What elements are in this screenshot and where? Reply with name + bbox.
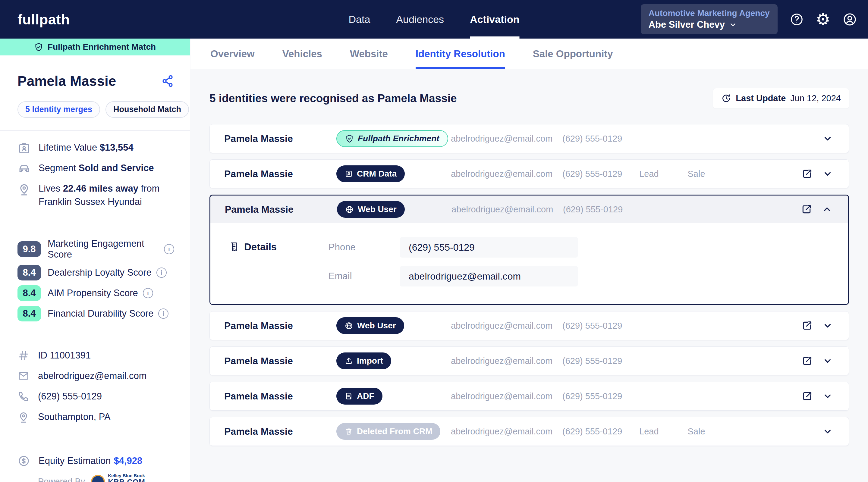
score-row: 8.4 Financial Durability Score i: [18, 306, 174, 321]
tab-website[interactable]: Website: [350, 38, 388, 69]
nav-data[interactable]: Data: [349, 0, 370, 38]
info-icon[interactable]: i: [143, 288, 153, 298]
identity-email: abelrodriguez@email.com: [451, 356, 562, 366]
globe-icon: [345, 205, 354, 214]
agency-name: Automotive Marketing Agency: [649, 8, 770, 19]
open-external-icon[interactable]: [801, 320, 813, 332]
kbb-logo[interactable]: Kelley Blue Book KBB.COM The Trusted Res…: [91, 473, 147, 482]
identity-card: Pamela Massie CRM Data abelrodriguez@ema…: [210, 159, 849, 188]
contact-section: ID 11001391 abelrodriguez@email.com (629…: [0, 339, 190, 431]
help-icon[interactable]: [789, 12, 804, 27]
open-external-icon[interactable]: [801, 390, 813, 402]
household-match-badge[interactable]: Household Match: [105, 101, 189, 118]
detail-field-value[interactable]: (629) 555-0129: [400, 237, 578, 258]
identity-card: Pamela Massie ADF abelrodriguez@email.co…: [210, 382, 849, 411]
source-label: CRM Data: [357, 169, 397, 179]
last-update-label: Last Update: [736, 93, 786, 103]
dealership-name: Franklin Sussex Hyundai: [38, 196, 142, 207]
hash-icon: [18, 349, 30, 361]
account-icon[interactable]: [842, 12, 857, 27]
detail-tabs: Overview Vehicles Website Identity Resol…: [190, 38, 868, 69]
document-plus-icon: [344, 392, 353, 400]
expand-chevron-icon[interactable]: [822, 204, 832, 215]
nav-audiences[interactable]: Audiences: [396, 0, 444, 38]
detail-field-label: Phone: [329, 242, 400, 253]
info-icon[interactable]: i: [164, 244, 174, 254]
identity-row[interactable]: Pamela Massie Fullpath Enrichment abelro…: [210, 124, 849, 153]
identity-row[interactable]: Pamela Massie CRM Data abelrodriguez@ema…: [210, 160, 849, 188]
expand-chevron-icon[interactable]: [822, 355, 833, 366]
stat-value: Sold and Service: [79, 163, 154, 173]
tab-vehicles[interactable]: Vehicles: [282, 38, 322, 69]
identity-details: Details Phone (629) 555-0129 Email abelr…: [210, 223, 848, 304]
expand-chevron-icon[interactable]: [822, 320, 833, 331]
detail-fields: Phone (629) 555-0129 Email abelrodriguez…: [329, 237, 578, 287]
identity-phone: (629) 555-0129: [563, 204, 640, 215]
score-value: 8.4: [18, 306, 41, 321]
chevron-down-icon: [729, 21, 737, 29]
score-value: 8.4: [18, 265, 41, 281]
expand-chevron-icon[interactable]: [822, 391, 833, 401]
identity-merges-badge[interactable]: 5 Identity merges: [18, 101, 100, 118]
customer-name: Pamela Massie: [18, 73, 116, 89]
identity-email: abelrodriguez@email.com: [451, 321, 562, 331]
expand-chevron-icon[interactable]: [822, 133, 833, 144]
stat-value: 22.46 miles away: [63, 183, 138, 194]
equity-label: Equity Estimation: [38, 455, 111, 466]
source-badge: Import: [336, 352, 391, 369]
dealer-selector[interactable]: Automotive Marketing Agency Abe Silver C…: [641, 4, 778, 35]
id-card-icon: [18, 141, 31, 155]
info-icon[interactable]: i: [156, 267, 167, 278]
trash-icon: [344, 427, 353, 436]
open-external-icon[interactable]: [801, 355, 813, 367]
score-label: Marketing Engagement Score: [48, 238, 159, 260]
car-icon: [18, 162, 31, 175]
identity-row[interactable]: Pamela Massie Web User abelrodriguez@ema…: [210, 312, 849, 340]
customer-id-row: ID 11001391: [18, 349, 174, 361]
source-label: Web User: [357, 321, 396, 330]
source-badge: Deleted From CRM: [336, 423, 440, 440]
source-badge: ADF: [336, 388, 382, 405]
tab-sale-opportunity[interactable]: Sale Opportunity: [533, 38, 613, 69]
identity-card: Pamela Massie Import abelrodriguez@email…: [210, 347, 849, 375]
enrichment-banner-label: Fullpath Enrichment Match: [48, 42, 156, 52]
score-row: 8.4 Dealership Loyalty Score i: [18, 265, 174, 281]
identity-email: abelrodriguez@email.com: [451, 134, 562, 144]
identity-phone: (629) 555-0129: [562, 356, 639, 366]
score-value: 9.8: [18, 241, 41, 257]
open-external-icon[interactable]: [801, 168, 813, 180]
details-title: Details: [244, 241, 277, 253]
identity-row[interactable]: Pamela Massie Web User abelrodriguez@ema…: [210, 195, 848, 223]
open-external-icon[interactable]: [801, 203, 812, 215]
customer-email: abelrodriguez@email.com: [38, 371, 147, 381]
detail-field-label: Email: [329, 271, 400, 282]
identity-row[interactable]: Pamela Massie Import abelrodriguez@email…: [210, 347, 849, 375]
identity-name: Pamela Massie: [224, 133, 336, 144]
phone-icon: [18, 390, 30, 403]
identity-card: Pamela Massie Deleted From CRM abelrodri…: [210, 417, 849, 446]
tab-overview[interactable]: Overview: [210, 38, 255, 69]
score-label: Financial Durability Score: [48, 308, 153, 319]
dollar-circle-icon: [18, 455, 30, 467]
tab-identity-resolution[interactable]: Identity Resolution: [415, 38, 505, 69]
identity-row[interactable]: Pamela Massie ADF abelrodriguez@email.co…: [210, 382, 849, 410]
identity-email: abelrodriguez@email.com: [451, 391, 562, 401]
source-label: Web User: [358, 204, 397, 214]
stat-label: Segment: [38, 163, 76, 173]
identity-name: Pamela Massie: [224, 355, 336, 366]
identity-row[interactable]: Pamela Massie Deleted From CRM abelrodri…: [210, 417, 849, 446]
detail-field-value[interactable]: abelrodriguez@email.com: [400, 266, 578, 287]
lifetime-value-row: Lifetime Value $13,554: [18, 141, 174, 155]
settings-gear-icon[interactable]: ⚙: [816, 11, 830, 27]
source-label: Fullpath Enrichment: [358, 134, 439, 143]
top-header: fullpath Data Audiences Activation Autom…: [0, 0, 868, 38]
nav-activation[interactable]: Activation: [470, 0, 519, 38]
source-label: Deleted From CRM: [357, 426, 432, 436]
expand-chevron-icon[interactable]: [822, 426, 833, 437]
identity-phone: (629) 555-0129: [562, 169, 639, 179]
info-icon[interactable]: i: [158, 309, 168, 319]
identity-name: Pamela Massie: [224, 391, 336, 402]
expand-chevron-icon[interactable]: [822, 168, 833, 179]
last-update-date: Jun 12, 2024: [790, 93, 841, 103]
share-icon[interactable]: [161, 74, 174, 88]
